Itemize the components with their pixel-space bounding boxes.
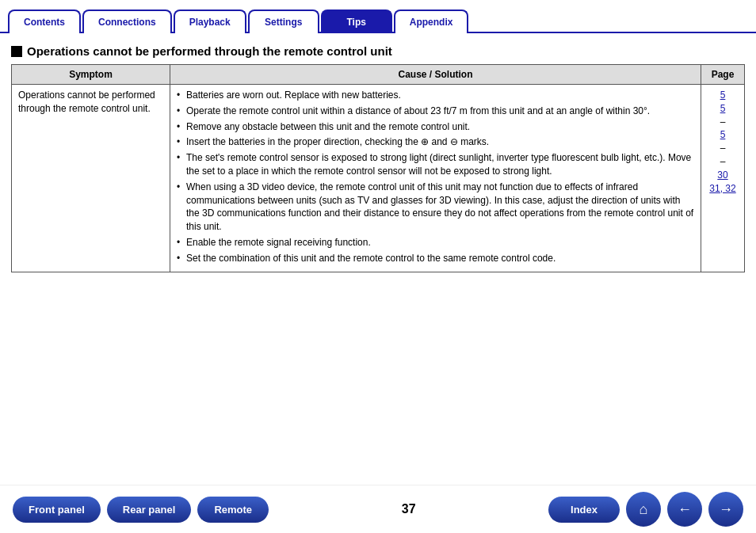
- cause-item-1: Batteries are worn out. Replace with new…: [177, 89, 694, 102]
- section-title: Operations cannot be performed through t…: [11, 44, 745, 58]
- page-dash-2: –: [708, 142, 738, 155]
- header-page: Page: [701, 65, 745, 85]
- main-content: Operations cannot be performed through t…: [0, 33, 756, 280]
- navigation-tabs: Contents Connections Playback Settings T…: [0, 0, 756, 33]
- symptom-cell: Operations cannot be performed through t…: [12, 85, 170, 272]
- cause-item-7: Enable the remote signal receiving funct…: [177, 236, 694, 249]
- cause-item-3: Remove any obstacle between this unit an…: [177, 120, 694, 134]
- back-icon: ←: [678, 501, 692, 518]
- tab-contents[interactable]: Contents: [8, 10, 81, 33]
- header-cause: Cause / Solution: [170, 65, 701, 85]
- cause-item-8: Set the combination of this unit and the…: [177, 252, 694, 265]
- front-panel-button[interactable]: Front panel: [13, 497, 101, 523]
- cause-item-5: The set's remote control sensor is expos…: [177, 151, 694, 178]
- page-dash-3: –: [708, 155, 738, 169]
- bottom-left-buttons: Front panel Rear panel Remote: [13, 497, 269, 523]
- tab-playback[interactable]: Playback: [174, 10, 246, 33]
- page-dash-1: –: [708, 116, 738, 129]
- index-button[interactable]: Index: [548, 497, 620, 523]
- remote-button[interactable]: Remote: [197, 497, 269, 523]
- tab-appendix[interactable]: Appendix: [394, 10, 469, 33]
- page-link-2[interactable]: 5: [708, 102, 738, 116]
- page-link-5[interactable]: 31, 32: [708, 182, 738, 196]
- troubleshoot-table: Symptom Cause / Solution Page Operations…: [11, 64, 745, 272]
- home-icon: ⌂: [640, 501, 648, 518]
- page-cell: 5 5 – 5 – – 30 31, 32: [701, 85, 745, 272]
- cause-item-6: When using a 3D video device, the remote…: [177, 181, 694, 234]
- page-link-4[interactable]: 30: [708, 169, 738, 182]
- tab-connections[interactable]: Connections: [82, 10, 172, 33]
- forward-icon: →: [719, 501, 733, 518]
- page-link-3[interactable]: 5: [708, 128, 738, 142]
- cause-list: Batteries are worn out. Replace with new…: [177, 89, 694, 265]
- page-number: 37: [402, 502, 416, 516]
- bottom-right-buttons: Index ⌂ ← →: [548, 492, 743, 527]
- home-button[interactable]: ⌂: [626, 492, 661, 527]
- tab-tips[interactable]: Tips: [321, 10, 392, 33]
- back-button[interactable]: ←: [667, 492, 702, 527]
- cause-item-2: Operate the remote control unit within a…: [177, 105, 694, 118]
- table-row: Operations cannot be performed through t…: [12, 85, 745, 272]
- cause-item-4: Insert the batteries in the proper direc…: [177, 135, 694, 149]
- cause-cell: Batteries are worn out. Replace with new…: [170, 85, 701, 272]
- header-symptom: Symptom: [12, 65, 170, 85]
- forward-button[interactable]: →: [708, 492, 743, 527]
- bottom-nav: Front panel Rear panel Remote 37 Index ⌂…: [0, 485, 756, 533]
- tab-settings[interactable]: Settings: [248, 10, 319, 33]
- page-link-1[interactable]: 5: [708, 89, 738, 102]
- rear-panel-button[interactable]: Rear panel: [107, 497, 191, 523]
- section-block-icon: [11, 46, 22, 57]
